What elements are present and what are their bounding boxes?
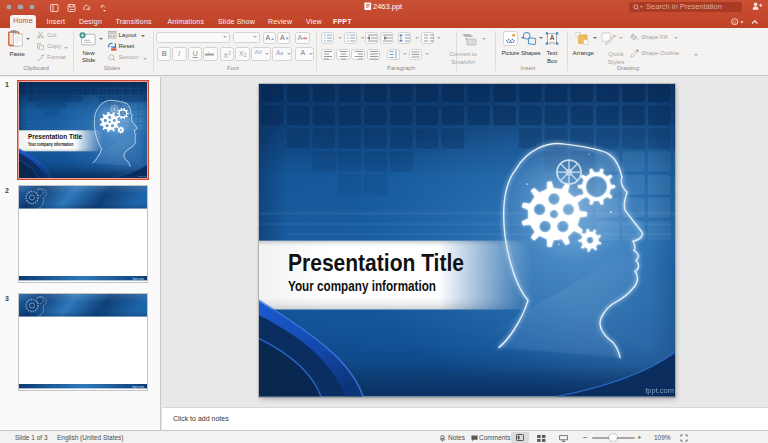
svg-text:A: A	[550, 34, 555, 41]
